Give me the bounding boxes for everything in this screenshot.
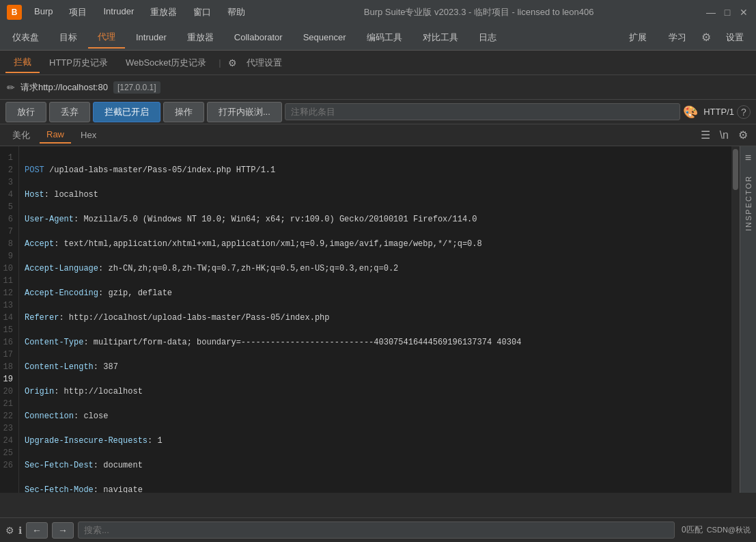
intercept-toggle-button[interactable]: 拦截已开启 bbox=[93, 102, 160, 122]
ip-badge: [127.0.0.1] bbox=[113, 81, 160, 94]
nav1-settings[interactable]: 设置 bbox=[716, 27, 753, 48]
close-button[interactable]: ✕ bbox=[738, 7, 749, 18]
line-numbers: 1 2 3 4 5 6 7 8 9 10 11 12 13 14 15 16 1 bbox=[0, 146, 19, 493]
code-line-11: Connection: close bbox=[25, 410, 726, 422]
line-num: 12 bbox=[3, 287, 13, 299]
discard-button[interactable]: 丢弃 bbox=[49, 102, 90, 122]
code-line-5: Accept-Language: zh-CN,zh;q=0.8,zh-TW;q=… bbox=[25, 262, 726, 275]
app: B Burp 项目 Intruder 重放器 窗口 帮助 Burp Suite专… bbox=[0, 0, 756, 542]
line-num: 15 bbox=[3, 324, 13, 336]
minimize-button[interactable]: — bbox=[705, 7, 716, 18]
subtabs: 拦截 HTTP历史记录 WebSocket历史记录 | ⚙ 代理设置 bbox=[0, 51, 756, 75]
release-button[interactable]: 放行 bbox=[5, 102, 46, 122]
toolbar: 放行 丢弃 拦截已开启 操作 打开内嵌浏... 🎨 HTTP/1 ? bbox=[0, 100, 756, 124]
nav1-extensions[interactable]: 扩展 bbox=[619, 27, 656, 48]
edit-icon: ✏ bbox=[7, 82, 15, 93]
line-num: 2 bbox=[3, 164, 13, 176]
nav1-collaborator[interactable]: Collaborator bbox=[225, 28, 292, 46]
code-line-9: Content-Length: 387 bbox=[25, 361, 726, 373]
line-num: 16 bbox=[3, 336, 13, 349]
bottombar: ⚙ ℹ ← → 0匹配 CSDN@秋说 bbox=[0, 517, 756, 542]
editor-main: 1 2 3 4 5 6 7 8 9 10 11 12 13 14 15 16 1 bbox=[0, 146, 756, 493]
line-num: 13 bbox=[3, 299, 13, 312]
titlebar-title: Burp Suite专业版 v2023.3 - 临时项目 - licensed … bbox=[252, 6, 705, 18]
code-line-10: Origin: http://localhost bbox=[25, 385, 726, 398]
subtab-proxy-settings[interactable]: 代理设置 bbox=[238, 53, 290, 72]
window-buttons: — □ ✕ bbox=[705, 7, 749, 18]
line-num: 19 bbox=[3, 373, 13, 385]
line-num: 1 bbox=[3, 152, 13, 164]
newline-icon[interactable]: \n bbox=[717, 128, 731, 143]
menu-burp[interactable]: Burp bbox=[27, 3, 59, 21]
colorful-icon: 🎨 bbox=[683, 105, 698, 120]
inspector-lines-icon[interactable]: ≡ bbox=[745, 152, 751, 164]
settings-icon[interactable]: ⚙ bbox=[699, 28, 714, 46]
nav1-intruder[interactable]: Intruder bbox=[126, 28, 176, 46]
action-button[interactable]: 操作 bbox=[163, 102, 204, 122]
subtab-websocket[interactable]: WebSocket历史记录 bbox=[117, 53, 214, 72]
nav1-target[interactable]: 目标 bbox=[50, 27, 87, 48]
menu-intruder[interactable]: Intruder bbox=[96, 3, 141, 21]
settings-bottom-icon[interactable]: ⚙ bbox=[5, 525, 14, 536]
editor-tab-group: 美化 Raw Hex bbox=[5, 126, 103, 144]
code-line-6: Accept-Encoding: gzip, deflate bbox=[25, 287, 726, 299]
nav1-learn[interactable]: 学习 bbox=[659, 27, 696, 48]
subtab-intercept[interactable]: 拦截 bbox=[5, 53, 40, 73]
line-num: 3 bbox=[3, 176, 13, 189]
list-view-icon[interactable]: ☰ bbox=[698, 127, 713, 143]
inspector-label[interactable]: INSPECTOR bbox=[744, 175, 753, 231]
code-line-4: Accept: text/html,application/xhtml+xml,… bbox=[25, 238, 726, 250]
editor-tab-right: ☰ \n ⚙ bbox=[698, 127, 751, 143]
csdn-label: CSDN@秋说 bbox=[707, 525, 751, 535]
line-num: 11 bbox=[3, 275, 13, 287]
subtab-settings-icon[interactable]: ⚙ bbox=[228, 57, 237, 68]
nav1-dashboard[interactable]: 仪表盘 bbox=[3, 27, 48, 48]
menu-repeater[interactable]: 重放器 bbox=[143, 3, 184, 21]
forward-button[interactable]: → bbox=[52, 522, 74, 539]
editor-settings-icon[interactable]: ⚙ bbox=[736, 127, 751, 143]
line-num: 9 bbox=[3, 250, 13, 262]
nav1-sequencer[interactable]: Sequencer bbox=[294, 28, 356, 46]
tab-raw[interactable]: Raw bbox=[40, 126, 71, 144]
comment-input[interactable] bbox=[285, 103, 680, 120]
line-num: 26 bbox=[3, 459, 13, 472]
line-num: 10 bbox=[3, 262, 13, 275]
menu-window[interactable]: 窗口 bbox=[186, 3, 218, 21]
maximize-button[interactable]: □ bbox=[722, 7, 733, 18]
info-bottom-icon[interactable]: ℹ bbox=[18, 525, 22, 536]
menu-project[interactable]: 项目 bbox=[62, 3, 94, 21]
code-content[interactable]: POST /upload-labs-master/Pass-05/index.p… bbox=[19, 146, 731, 493]
urlbar: ✏ 请求http://localhost:80 [127.0.0.1] bbox=[0, 75, 756, 100]
search-input[interactable] bbox=[78, 521, 675, 539]
subtab-divider: | bbox=[219, 57, 221, 68]
code-line-8: Content-Type: multipart/form-data; bound… bbox=[25, 336, 726, 349]
titlebar: B Burp 项目 Intruder 重放器 窗口 帮助 Burp Suite专… bbox=[0, 0, 756, 25]
code-line-1: POST /upload-labs-master/Pass-05/index.p… bbox=[25, 164, 726, 176]
subtab-http-history[interactable]: HTTP历史记录 bbox=[41, 53, 116, 72]
line-num: 8 bbox=[3, 238, 13, 250]
nav1-encoder[interactable]: 编码工具 bbox=[357, 27, 412, 48]
code-line-13: Sec-Fetch-Dest: document bbox=[25, 459, 726, 472]
browser-button[interactable]: 打开内嵌浏... bbox=[207, 102, 282, 122]
tab-hex[interactable]: Hex bbox=[74, 127, 103, 143]
nav1-logger[interactable]: 日志 bbox=[469, 27, 506, 48]
code-line-2: Host: localhost bbox=[25, 189, 726, 201]
menu-help[interactable]: 帮助 bbox=[221, 3, 252, 21]
scrollbar[interactable] bbox=[731, 146, 740, 493]
scrollbar-thumb[interactable] bbox=[733, 149, 738, 190]
line-num: 20 bbox=[3, 385, 13, 398]
match-count: 0匹配 bbox=[682, 524, 703, 536]
line-num: 24 bbox=[3, 435, 13, 447]
nav1-comparer[interactable]: 对比工具 bbox=[413, 27, 468, 48]
nav1-proxy[interactable]: 代理 bbox=[88, 27, 125, 49]
tab-beautify[interactable]: 美化 bbox=[5, 126, 37, 144]
back-button[interactable]: ← bbox=[26, 522, 48, 539]
http-version-label: HTTP/1 bbox=[703, 107, 734, 117]
line-num: 18 bbox=[3, 361, 13, 373]
line-num: 4 bbox=[3, 189, 13, 201]
nav1-repeater[interactable]: 重放器 bbox=[178, 27, 223, 48]
nav1-right: 扩展 学习 ⚙ 设置 bbox=[619, 27, 753, 48]
nav1: 仪表盘 目标 代理 Intruder 重放器 Collaborator Sequ… bbox=[0, 25, 756, 51]
help-icon[interactable]: ? bbox=[737, 105, 751, 119]
line-num: 14 bbox=[3, 312, 13, 324]
